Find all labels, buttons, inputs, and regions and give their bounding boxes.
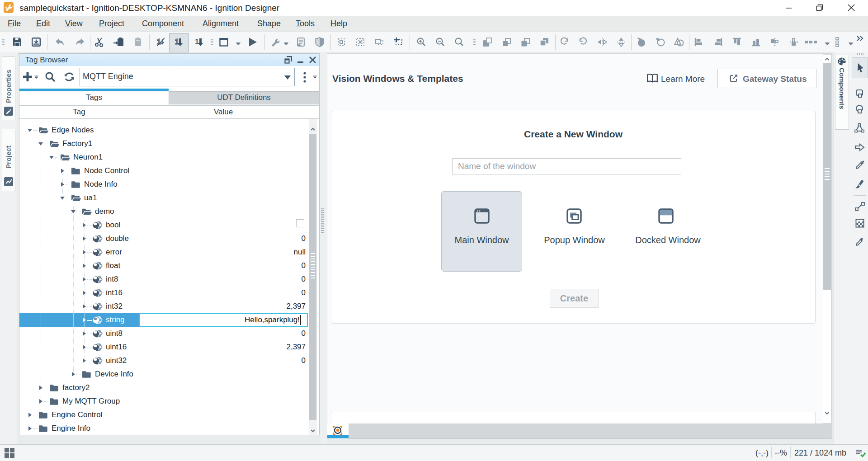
svg-text:1: 1: [175, 38, 179, 46]
svg-text:1: 1: [195, 38, 199, 46]
